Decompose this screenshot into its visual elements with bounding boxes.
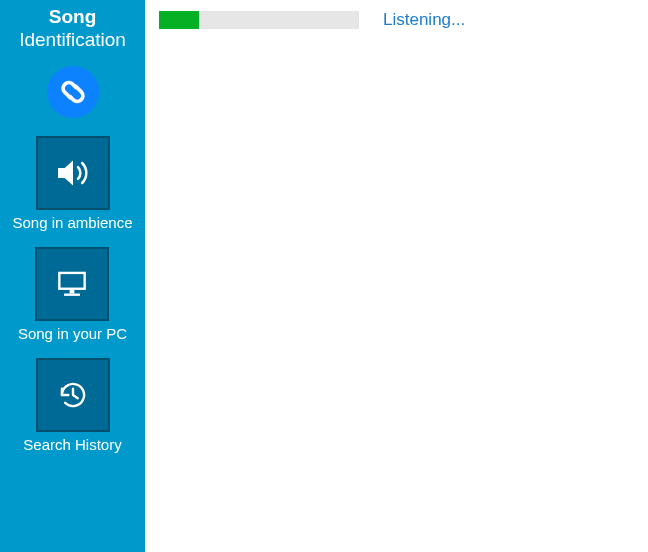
monitor-icon [53,265,91,303]
nav-tile-history [36,358,110,432]
sidebar-title-line1: Song [19,6,126,29]
sidebar-title-line2: Identification [19,29,126,52]
nav-tile-pc [35,247,109,321]
svg-rect-2 [70,288,75,293]
status-text: Listening... [383,10,465,30]
sidebar: Song Identification [0,0,145,552]
progress-bar [159,11,359,29]
status-row: Listening... [159,10,634,30]
speaker-icon [53,153,93,193]
sidebar-item-ambience[interactable]: Song in ambience [12,136,132,231]
app-root: Song Identification [0,0,648,552]
sidebar-item-label: Song in ambience [12,214,132,231]
main-pane: Listening... [145,0,648,552]
history-icon [54,376,92,414]
sidebar-nav: Song in ambience Song in your PC [12,136,132,453]
svg-rect-3 [65,293,81,295]
sidebar-item-pc[interactable]: Song in your PC [18,247,127,342]
sidebar-title: Song Identification [19,6,126,52]
sidebar-item-label: Song in your PC [18,325,127,342]
shazam-logo-icon[interactable] [47,66,99,118]
nav-tile-ambience [36,136,110,210]
progress-fill [159,11,199,29]
sidebar-item-label: Search History [23,436,121,453]
app-logo-wrap [47,66,99,118]
sidebar-item-history[interactable]: Search History [23,358,121,453]
